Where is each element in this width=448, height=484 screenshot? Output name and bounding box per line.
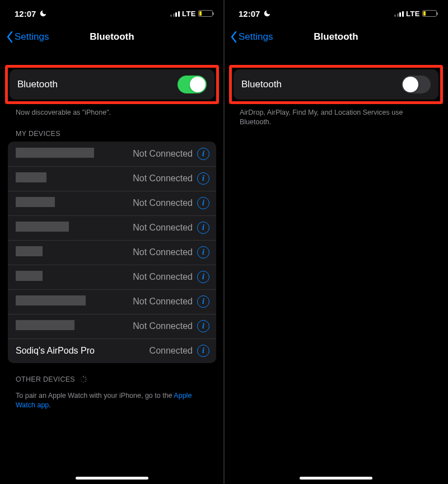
highlight-box: Bluetooth: [229, 65, 443, 104]
network-type: LTE: [182, 10, 196, 18]
screen-bluetooth-off: 12:07 LTE Settings Bluetooth Bluetooth: [224, 0, 448, 484]
device-status: Connected: [150, 346, 193, 356]
home-indicator[interactable]: [300, 477, 372, 480]
discoverable-note: Now discoverable as "iPhone".: [0, 104, 224, 118]
home-indicator[interactable]: [76, 477, 148, 480]
status-bar: 12:07 LTE: [0, 0, 224, 25]
cellular-signal-icon: [394, 10, 404, 17]
battery-icon: [198, 10, 213, 17]
device-name-redacted: [16, 320, 74, 330]
screen-divider: [223, 0, 225, 484]
device-row[interactable]: Not Connectedi: [8, 142, 216, 166]
highlight-box: Bluetooth: [5, 65, 219, 104]
my-devices-header: MY DEVICES: [0, 118, 224, 142]
device-name-redacted: [16, 222, 69, 232]
info-icon[interactable]: i: [197, 271, 209, 283]
device-name-redacted: [16, 197, 55, 207]
device-name-redacted: [16, 271, 43, 281]
pair-watch-note: To pair an Apple Watch with your iPhone,…: [0, 387, 224, 410]
device-status: Not Connected: [133, 297, 193, 307]
nav-bar: Settings Bluetooth: [224, 25, 448, 49]
bluetooth-toggle-label: Bluetooth: [17, 79, 58, 90]
spinner-icon: [80, 375, 87, 383]
other-devices-header: OTHER DEVICES: [0, 363, 224, 387]
bluetooth-toggle-row[interactable]: Bluetooth: [10, 69, 214, 100]
bluetooth-toggle[interactable]: [178, 76, 207, 93]
device-row[interactable]: Not Connectedi: [8, 240, 216, 265]
device-row[interactable]: Not Connectedi: [8, 314, 216, 339]
device-name-redacted: [16, 295, 86, 306]
info-icon[interactable]: i: [197, 148, 209, 160]
device-name: Sodiq's AirPods Pro: [16, 346, 150, 356]
svg-rect-6: [80, 379, 82, 379]
page-title: Bluetooth: [224, 31, 448, 43]
device-name-redacted: [16, 172, 46, 182]
do-not-disturb-icon: [263, 10, 271, 17]
info-icon[interactable]: i: [197, 172, 209, 185]
network-type: LTE: [406, 10, 420, 18]
info-icon[interactable]: i: [197, 222, 209, 234]
status-bar: 12:07 LTE: [224, 0, 448, 25]
device-name-redacted: [16, 148, 94, 158]
svg-rect-0: [83, 375, 83, 377]
device-row[interactable]: Not Connectedi: [8, 215, 216, 240]
bluetooth-toggle[interactable]: [402, 76, 431, 93]
svg-rect-5: [81, 380, 82, 382]
info-icon[interactable]: i: [197, 246, 209, 259]
cellular-signal-icon: [170, 10, 180, 17]
device-status: Not Connected: [133, 272, 193, 282]
info-icon[interactable]: i: [197, 197, 209, 209]
device-status: Not Connected: [133, 321, 193, 331]
info-icon[interactable]: i: [197, 345, 209, 357]
device-status: Not Connected: [133, 198, 193, 208]
svg-rect-7: [81, 377, 82, 378]
device-status: Not Connected: [133, 223, 193, 233]
info-icon[interactable]: i: [197, 320, 209, 332]
svg-rect-3: [85, 380, 86, 382]
status-time: 12:07: [239, 9, 260, 18]
device-row[interactable]: Not Connectedi: [8, 289, 216, 314]
device-status: Not Connected: [133, 149, 193, 159]
battery-icon: [422, 10, 437, 17]
svg-rect-1: [85, 377, 86, 378]
device-status: Not Connected: [133, 173, 193, 184]
svg-rect-4: [83, 381, 83, 383]
device-row[interactable]: Not Connectedi: [8, 166, 216, 191]
device-status: Not Connected: [133, 247, 193, 257]
device-row[interactable]: Not Connectedi: [8, 265, 216, 289]
page-title: Bluetooth: [0, 31, 224, 43]
info-icon[interactable]: i: [197, 295, 209, 308]
nav-bar: Settings Bluetooth: [0, 25, 224, 49]
device-row[interactable]: Not Connectedi: [8, 191, 216, 215]
bluetooth-toggle-label: Bluetooth: [241, 79, 282, 90]
status-time: 12:07: [15, 9, 36, 18]
device-name-redacted: [16, 246, 43, 256]
svg-rect-2: [86, 379, 87, 379]
screen-bluetooth-on: 12:07 LTE Settings Bluetooth Bluetooth: [0, 0, 224, 484]
bluetooth-off-note: AirDrop, AirPlay, Find My, and Location …: [224, 104, 448, 127]
bluetooth-toggle-row[interactable]: Bluetooth: [234, 69, 438, 100]
device-row[interactable]: Sodiq's AirPods ProConnectedi: [8, 339, 216, 363]
do-not-disturb-icon: [39, 10, 47, 17]
my-devices-list: Not ConnectediNot ConnectediNot Connecte…: [8, 142, 216, 363]
